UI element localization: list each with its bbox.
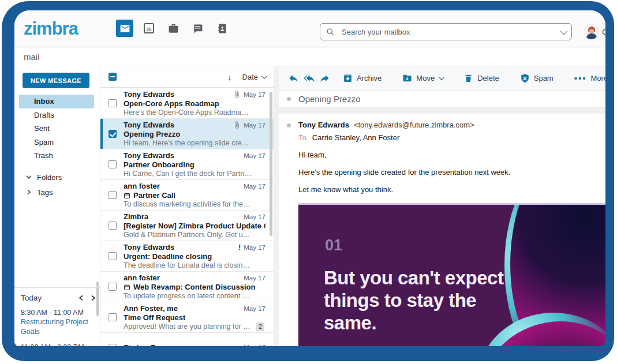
to-label: To — [298, 133, 306, 142]
mail-app-button[interactable] — [116, 20, 133, 37]
message-subject: [Register Now] Zimbra Product Update C..… — [124, 222, 266, 230]
message-dot-icon — [287, 123, 291, 127]
message-list-item[interactable]: Ann Foster, me ! May 17 Time Off Request… — [100, 302, 274, 333]
message-subject: Urgent: Deadline closing — [124, 252, 212, 261]
archive-button[interactable]: Archive — [335, 70, 390, 87]
contacts-app-button[interactable] — [213, 20, 230, 37]
chat-app-button[interactable] — [189, 20, 206, 37]
message-list-item[interactable]: ann foster ! May 17 Web Revamp: Content … — [100, 272, 274, 302]
message-sender: Ann Foster, me — [124, 304, 178, 313]
message-sender: Zimbra — [124, 212, 148, 221]
message-list-header: ↓ Date — [100, 66, 274, 88]
sort-direction-icon[interactable]: ↓ — [227, 72, 232, 82]
reply-button[interactable] — [288, 70, 299, 87]
conversation-count-badge: 2 — [256, 322, 264, 331]
search-input[interactable] — [342, 28, 560, 36]
user-name-label: C — [602, 28, 605, 36]
reply-all-button[interactable] — [304, 70, 315, 87]
forward-button[interactable] — [319, 70, 330, 87]
message-subject: Time Off Request — [124, 313, 185, 322]
folder-tree: Folders Tags — [14, 170, 100, 200]
slide-number: 01 — [325, 237, 342, 254]
message-checkbox[interactable] — [109, 130, 117, 138]
message-list-item[interactable]: Tony Edwards ! May 17 Opening Prezzo Hi … — [100, 119, 274, 149]
message-body-paragraph: Let me know what you think. — [298, 185, 605, 194]
embedded-slide-image[interactable]: 01 But you can't expect things to stay t… — [298, 203, 605, 346]
message-body-paragraph: Hi team, — [298, 151, 605, 159]
message-checkbox[interactable] — [109, 99, 117, 107]
message-checkbox[interactable] — [109, 313, 117, 321]
agenda-next-icon[interactable] — [91, 295, 96, 301]
sort-field-dropdown[interactable]: Date — [242, 73, 266, 81]
sidebar-item-folders[interactable]: Folders — [14, 170, 100, 185]
sidebar-folder-spam[interactable]: Spam — [14, 136, 100, 149]
move-button[interactable]: Move — [394, 70, 451, 87]
chat-icon — [192, 23, 203, 34]
message-checkbox[interactable] — [109, 191, 117, 199]
more-button[interactable]: ••• More — [566, 70, 605, 87]
reading-toolbar: Archive Move Delete Spam — [279, 66, 605, 91]
agenda-event: 11:30 AM - 2:30 PM Update: EMEA — [21, 343, 100, 346]
search-options-chevron-icon[interactable] — [560, 27, 568, 35]
calendar-app-button[interactable]: 26 — [140, 20, 158, 37]
message-date: May 17 — [244, 183, 266, 190]
user-avatar[interactable] — [584, 24, 599, 40]
message-list-scrollbar[interactable] — [270, 92, 272, 236]
briefcase-app-button[interactable] — [164, 20, 182, 37]
calendar-icon: 26 — [144, 23, 154, 33]
message-checkbox[interactable] — [109, 283, 117, 291]
sidebar: NEW MESSAGE InboxDraftsSentSpamTrash Fol… — [14, 66, 100, 346]
message-checkbox[interactable] — [109, 344, 117, 346]
sidebar-folder-inbox[interactable]: Inbox — [19, 95, 94, 108]
message-list-item[interactable]: Tony Edwards ! May 17 Open-Core Apps Roa… — [100, 88, 274, 119]
sidebar-item-tags[interactable]: Tags — [14, 185, 100, 200]
sidebar-folder-drafts[interactable]: Drafts — [14, 108, 100, 122]
agenda-prev-icon[interactable] — [78, 295, 84, 301]
message-sender: Tony Edwards — [124, 243, 174, 252]
message-snippet: Here's the Open-Core Apps Roadmap. The p… — [124, 108, 263, 117]
delete-button[interactable]: Delete — [455, 70, 507, 87]
attachment-icon — [233, 121, 241, 129]
message-list-item[interactable]: ann foster ! May 17 Partner Call To disc… — [100, 180, 274, 211]
agenda-event: 8:30 AM - 11:00 AM Restructuring Project… — [21, 308, 100, 337]
message-checkbox[interactable] — [109, 252, 117, 260]
event-title-link[interactable]: Restructuring Project Goals — [21, 317, 90, 337]
message-sender: Zimbra Team — [124, 343, 170, 347]
top-header: zimbra 26 — [14, 10, 605, 47]
sidebar-folder-trash[interactable]: Trash — [14, 149, 100, 163]
message-snippet: To update progress on latest content cre… — [124, 292, 263, 300]
search-bar[interactable] — [320, 23, 572, 40]
message-checkbox[interactable] — [109, 160, 117, 168]
from-email: <tony.edwards@future.zimbra.com> — [354, 121, 474, 129]
spam-shield-icon — [520, 73, 530, 83]
delete-icon — [463, 73, 473, 83]
contacts-icon — [216, 23, 227, 34]
message-sender: Tony Edwards — [124, 151, 174, 160]
message-snippet: Hi team, Here's the opening slide create… — [124, 139, 263, 147]
message-date: May 17 — [244, 244, 266, 251]
sidebar-folder-sent[interactable]: Sent — [14, 122, 100, 136]
attachment-icon — [233, 91, 241, 98]
select-all-checkbox[interactable] — [109, 73, 117, 81]
calendar-event-icon — [124, 192, 130, 199]
breadcrumb: mail — [24, 52, 40, 62]
message-date: May 17 — [244, 305, 266, 312]
spam-button[interactable]: Spam — [512, 70, 562, 87]
message-snippet: Hi Carrie, Can I get the deck for Partne… — [124, 170, 263, 178]
conversation-subject-row[interactable]: Opening Prezzo — [279, 91, 605, 108]
message-date: May 17 — [244, 122, 266, 129]
message-sender: Tony Edwards — [124, 90, 174, 99]
app-switcher: 26 — [116, 20, 230, 37]
search-icon — [326, 28, 335, 36]
move-folder-icon — [402, 73, 412, 83]
conversation-dot-icon — [287, 97, 291, 101]
message-checkbox[interactable] — [109, 222, 117, 230]
message-list-item[interactable]: Zimbra ! May 17 [Register Now] Zimbra Pr… — [100, 211, 274, 241]
conversation-subject: Opening Prezzo — [298, 94, 361, 104]
message-list-item[interactable]: Tony Edwards ! May 17 Partner Onboarding… — [100, 149, 274, 180]
message-snippet: The deadline for Lunala deal is closing.… — [124, 261, 263, 269]
message-list-item[interactable]: Zimbra Team ! May 17 — [100, 333, 274, 346]
new-message-button[interactable]: NEW MESSAGE — [23, 73, 89, 88]
message-subject: Web Revamp: Content Discussion — [133, 283, 255, 291]
message-list-item[interactable]: Tony Edwards ! May 17 Urgent: Deadline c… — [100, 241, 274, 272]
